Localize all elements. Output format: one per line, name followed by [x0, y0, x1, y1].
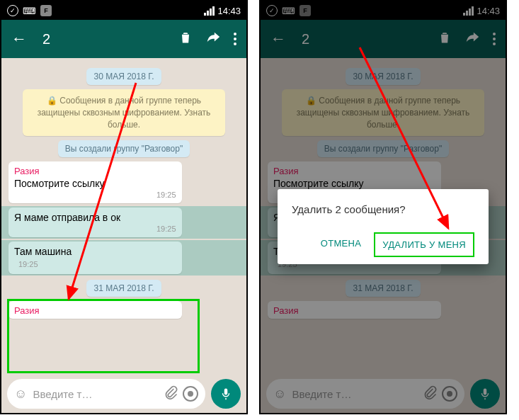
signal-icon	[463, 6, 474, 16]
dialog-title: Удалить 2 сообщения?	[292, 203, 474, 215]
f-icon: F	[300, 5, 311, 16]
mic-button[interactable]	[470, 379, 500, 409]
message-input[interactable]: ☺ Введите т…	[266, 379, 464, 409]
attach-button[interactable]	[423, 385, 438, 403]
date-chip: 31 МАЯ 2018 Г.	[346, 280, 420, 297]
menu-button[interactable]	[234, 33, 236, 45]
message-text: Посмотрите ссылку	[14, 178, 176, 189]
clock: 14:43	[217, 6, 241, 16]
date-chip: 30 МАЯ 2018 Г.	[86, 68, 161, 85]
mic-button[interactable]	[211, 379, 241, 409]
attach-button[interactable]	[164, 385, 178, 403]
forward-button[interactable]	[464, 30, 480, 49]
forward-button[interactable]	[205, 30, 221, 49]
message-time: 19:25	[14, 225, 176, 233]
f-icon: F	[40, 5, 52, 16]
message-text: Я маме отправила в ок	[14, 212, 176, 223]
menu-button[interactable]	[493, 33, 496, 45]
statusbar: ✓ ⌨ F 14:43	[1, 1, 246, 20]
back-button[interactable]: ←	[270, 30, 286, 48]
camera-button[interactable]	[183, 386, 198, 402]
delete-button[interactable]	[438, 30, 452, 48]
message-bubble[interactable]: Разия Посмотрите ссылку 19:25	[8, 161, 182, 203]
emoji-button[interactable]: ☺	[273, 387, 286, 402]
selection-count: 2	[302, 31, 425, 47]
sender-name: Разия	[273, 305, 435, 316]
app-icon: ✓	[266, 5, 278, 16]
clock: 14:43	[477, 6, 500, 16]
chat-area: 30 МАЯ 2018 Г. 🔒 Сообщения в данной груп…	[1, 58, 246, 375]
delete-dialog: Удалить 2 сообщения? ОТМЕНА УДАЛИТЬ У МЕ…	[278, 189, 489, 264]
message-bubble-selected[interactable]: Там машина 19:25	[8, 242, 182, 274]
selection-count: 2	[42, 31, 166, 47]
message-time: 19:25	[18, 260, 38, 268]
cancel-button[interactable]: ОТМЕНА	[314, 232, 368, 257]
camera-button[interactable]	[442, 386, 457, 402]
app-icon: ✓	[7, 5, 18, 16]
emoji-button[interactable]: ☺	[14, 387, 27, 402]
sender-name: Разия	[14, 166, 176, 176]
input-bar: ☺ Введите т…	[1, 375, 246, 413]
message-text: Там машина	[14, 246, 176, 257]
input-bar: ☺ Введите т…	[261, 375, 506, 413]
phone-left: ✓ ⌨ F 14:43 ← 2 30 МАЯ 2018 Г. 🔒 Сообщен…	[0, 0, 248, 414]
statusbar: ✓ ⌨ F 14:43	[261, 1, 506, 20]
encryption-notice[interactable]: 🔒 Сообщения в данной группе теперь защищ…	[23, 89, 225, 136]
message-input[interactable]: ☺ Введите т…	[7, 379, 205, 409]
message-time: 19:25	[14, 191, 176, 199]
signal-icon	[204, 6, 215, 16]
keyboard-icon: ⌨	[282, 6, 295, 16]
delete-button[interactable]	[178, 30, 193, 48]
message-bubble-selected[interactable]: Я маме отправила в ок 19:25	[8, 208, 182, 237]
highlight-box	[7, 299, 200, 373]
appbar: ← 2	[1, 20, 246, 58]
encryption-notice[interactable]: 🔒 Сообщения в данной группе теперь защищ…	[282, 89, 484, 136]
delete-for-me-button[interactable]: УДАЛИТЬ У МЕНЯ	[374, 232, 474, 257]
input-placeholder: Введите т…	[33, 388, 160, 400]
input-placeholder: Введите т…	[292, 388, 419, 400]
back-button[interactable]: ←	[11, 30, 27, 48]
system-chip: Вы создали группу "Разговор"	[58, 140, 190, 157]
appbar: ← 2	[261, 20, 506, 58]
date-chip: 31 МАЯ 2018 Г.	[86, 280, 161, 297]
phone-right: ✓ ⌨ F 14:43 ← 2 30 МАЯ 2018 Г. 🔒 Сообщен…	[259, 0, 507, 414]
date-chip: 30 МАЯ 2018 Г.	[346, 68, 420, 85]
sender-name: Разия	[273, 166, 435, 176]
message-text: Посмотрите ссылку	[273, 178, 435, 189]
system-chip: Вы создали группу "Разговор"	[317, 140, 449, 157]
message-bubble[interactable]: Разия	[268, 301, 441, 319]
keyboard-icon: ⌨	[23, 6, 36, 16]
